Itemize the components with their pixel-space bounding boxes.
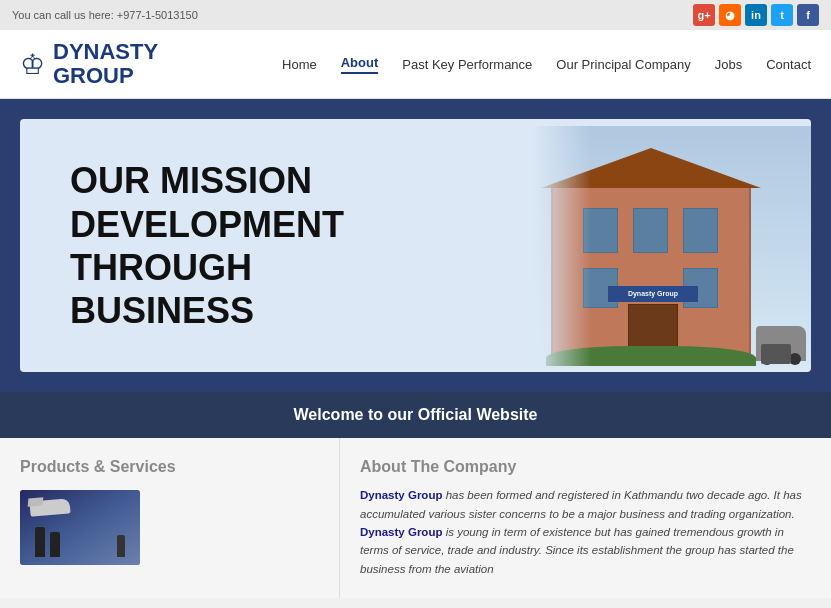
hero-section: OUR MISSION DEVELOPMENT THROUGH BUSINESS bbox=[20, 119, 811, 372]
hero-fade-overlay bbox=[531, 126, 591, 366]
about-text: Dynasty Group has been formed and regist… bbox=[360, 486, 811, 578]
soldier-silhouette-1 bbox=[35, 527, 45, 557]
logo: ♔ DYNASTY GROUP bbox=[20, 40, 158, 88]
nav-contact[interactable]: Contact bbox=[766, 57, 811, 72]
soldier-silhouette-2 bbox=[50, 532, 60, 557]
logo-text: DYNASTY GROUP bbox=[53, 40, 158, 88]
hero-building-image: Dynasty Group bbox=[531, 126, 811, 366]
main-content: About The Company Dynasty Group has been… bbox=[340, 438, 831, 598]
hero-wrapper: OUR MISSION DEVELOPMENT THROUGH BUSINESS bbox=[0, 99, 831, 392]
hero-text: OUR MISSION DEVELOPMENT THROUGH BUSINESS bbox=[20, 119, 531, 372]
facebook-icon[interactable]: f bbox=[797, 4, 819, 26]
hero-headline: OUR MISSION DEVELOPMENT THROUGH BUSINESS bbox=[70, 159, 491, 332]
soldier-silhouette-3 bbox=[117, 535, 125, 557]
top-bar: You can call us here: +977-1-5013150 g+ … bbox=[0, 0, 831, 30]
welcome-text: Welcome to our Official Website bbox=[14, 406, 817, 424]
phone-number: You can call us here: +977-1-5013150 bbox=[12, 9, 198, 21]
content-area: Products & Services About The Company Dy… bbox=[0, 438, 831, 598]
nav-jobs[interactable]: Jobs bbox=[715, 57, 742, 72]
nav-home[interactable]: Home bbox=[282, 57, 317, 72]
about-title: About The Company bbox=[360, 458, 811, 476]
social-icons-container: g+ ◕ in t f bbox=[693, 4, 819, 26]
twitter-icon[interactable]: t bbox=[771, 4, 793, 26]
rss-icon[interactable]: ◕ bbox=[719, 4, 741, 26]
nav-principal-company[interactable]: Our Principal Company bbox=[556, 57, 690, 72]
nav-about[interactable]: About bbox=[341, 55, 379, 74]
motorbike bbox=[761, 344, 791, 364]
welcome-banner: Welcome to our Official Website bbox=[0, 392, 831, 438]
building-window-2 bbox=[633, 208, 668, 253]
nav-past-performance[interactable]: Past Key Performance bbox=[402, 57, 532, 72]
header: ♔ DYNASTY GROUP Home About Past Key Perf… bbox=[0, 30, 831, 99]
sidebar-image bbox=[20, 490, 140, 565]
logo-icon: ♔ bbox=[20, 48, 45, 81]
sidebar: Products & Services bbox=[0, 438, 340, 598]
main-nav: Home About Past Key Performance Our Prin… bbox=[282, 55, 811, 74]
sidebar-image-content bbox=[20, 490, 140, 565]
sidebar-title: Products & Services bbox=[20, 458, 319, 476]
google-plus-icon[interactable]: g+ bbox=[693, 4, 715, 26]
linkedin-icon[interactable]: in bbox=[745, 4, 767, 26]
building-sign: Dynasty Group bbox=[608, 286, 698, 302]
building-window-3 bbox=[683, 208, 718, 253]
